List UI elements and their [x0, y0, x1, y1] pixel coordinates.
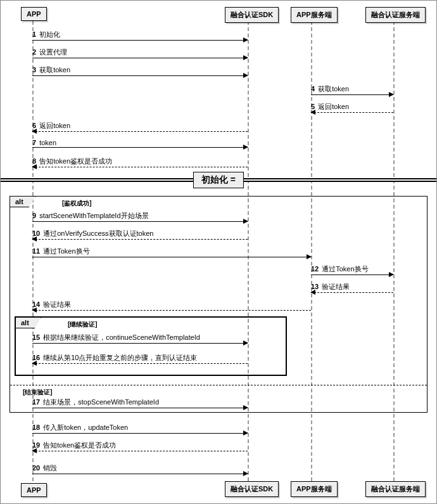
msg-text: 通过Token换号: [322, 265, 368, 273]
msg-num: 7: [32, 139, 36, 146]
msg-num: 9: [32, 212, 36, 219]
alt-outer-label: alt: [10, 197, 35, 207]
msg-text: 初始化: [39, 30, 60, 38]
msg-num: 4: [311, 85, 315, 93]
msg-18: 18传入新token，updateToken: [32, 423, 248, 434]
msg-num: 2: [32, 48, 36, 56]
participant-appserver-top: APP服务端: [291, 7, 338, 23]
msg-4: 4获取token: [311, 84, 393, 95]
msg-6: 6返回token: [32, 121, 248, 132]
msg-text: 告知token鉴权是否成功: [43, 441, 116, 449]
msg-text: 销毁: [43, 464, 57, 472]
msg-2: 2设置代理: [32, 48, 248, 58]
msg-text: 设置代理: [39, 48, 67, 56]
msg-text: 通过Token换号: [43, 247, 89, 255]
msg-9: 9startSceneWithTemplateId开始场景: [32, 211, 248, 222]
participant-app-bottom: APP: [21, 483, 47, 497]
msg-16: 16继续从第10点开始重复之前的步骤，直到认证结束: [32, 353, 248, 364]
alt-inner: alt [继续验证]: [15, 316, 287, 376]
msg-13: 13验证结果: [311, 282, 393, 293]
msg-14: 14验证结果: [32, 300, 311, 311]
msg-num: 11: [32, 247, 40, 255]
alt-inner-cond: [继续验证]: [68, 320, 98, 329]
msg-15: 15根据结果继续验证，continueSceneWithTemplateId: [32, 333, 248, 344]
msg-17: 17结束场景，stopSceneWithTemplateId: [32, 397, 248, 408]
msg-num: 20: [32, 464, 40, 472]
msg-1: 1初始化: [32, 30, 248, 41]
msg-text: 验证结果: [43, 300, 71, 308]
msg-12: 12通过Token换号: [311, 264, 393, 275]
msg-text: startSceneWithTemplateId开始场景: [39, 212, 148, 219]
msg-8: 8告知token鉴权是否成功: [32, 157, 248, 167]
alt-inner-label: alt: [16, 318, 41, 328]
msg-num: 15: [32, 333, 40, 341]
msg-num: 17: [32, 398, 40, 406]
msg-10: 10通过onVerifySuccess获取认证token: [32, 229, 248, 240]
msg-5: 5返回token: [311, 102, 393, 113]
participant-appserver-bottom: APP服务端: [291, 481, 338, 497]
msg-3: 3获取token: [32, 65, 248, 76]
sequence-diagram: APP 融合认证SDK APP服务端 融合认证服务端 APP 融合认证SDK A…: [0, 0, 437, 504]
participant-sdk-top: 融合认证SDK: [225, 7, 279, 23]
msg-num: 12: [311, 265, 319, 273]
msg-11: 11通过Token换号: [32, 247, 311, 257]
msg-text: 根据结果继续验证，continueSceneWithTemplateId: [43, 333, 200, 341]
msg-num: 18: [32, 423, 40, 431]
msg-text: 继续从第10点开始重复之前的步骤，直到认证结束: [43, 354, 197, 361]
alt-outer-cond1: [鉴权成功]: [62, 199, 92, 208]
participant-app-top: APP: [21, 7, 47, 21]
msg-text: 获取token: [39, 66, 70, 74]
participant-authserver-bottom: 融合认证服务端: [365, 481, 426, 497]
divider-label: 初始化 =: [193, 172, 244, 188]
msg-text: token: [39, 139, 56, 146]
msg-20: 20销毁: [32, 463, 248, 474]
msg-text: 告知token鉴权是否成功: [39, 157, 112, 165]
msg-text: 验证结果: [322, 283, 350, 290]
msg-text: 通过onVerifySuccess获取认证token: [43, 229, 153, 237]
participant-authserver-top: 融合认证服务端: [365, 7, 426, 23]
msg-19: 19告知token鉴权是否成功: [32, 441, 248, 451]
alt-outer-sep: [10, 385, 427, 385]
participant-sdk-bottom: 融合认证SDK: [225, 481, 279, 497]
msg-7: 7token: [32, 139, 248, 148]
msg-num: 1: [32, 30, 36, 38]
divider-init: 初始化 =: [1, 178, 436, 182]
msg-text: 返回token: [318, 103, 349, 110]
msg-text: 结束场景，stopSceneWithTemplateId: [43, 398, 159, 406]
msg-num: 3: [32, 66, 36, 74]
msg-text: 获取token: [318, 85, 349, 93]
msg-text: 传入新token，updateToken: [43, 423, 128, 431]
alt-outer-cond2: [结束验证]: [23, 388, 53, 397]
msg-text: 返回token: [39, 122, 70, 129]
